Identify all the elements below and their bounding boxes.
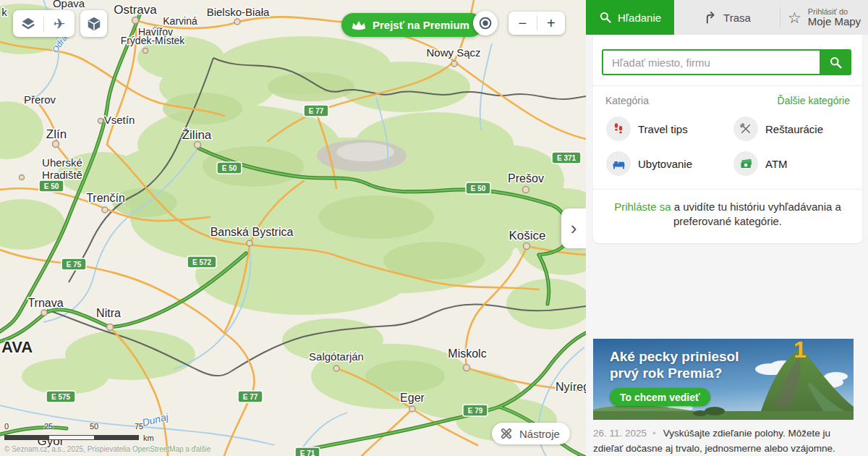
scale-tick: 50 [90,422,98,431]
svg-text:E 371: E 371 [557,154,576,162]
svg-text:E 77: E 77 [309,107,324,115]
svg-text:Vsetín: Vsetín [104,114,135,126]
category-accommodation[interactable]: Ubytovanie [600,148,728,179]
copyright-link[interactable]: OpenStreetMap a ďalšie [132,445,210,453]
svg-text:E 79: E 79 [468,407,483,415]
banner-cta-button[interactable]: To chcem vedieť [610,388,710,406]
tools-button[interactable]: Nástroje [492,423,570,444]
svg-text:k: k [1,6,7,18]
svg-text:Hradiště: Hradiště [42,169,82,181]
tab-login[interactable]: ☆ Prihlásiť do Moje Mapy [780,0,868,35]
premium-label: Prejsť na Premium [373,19,469,31]
category-atm[interactable]: ATM [728,148,855,179]
login-small-label: Prihlásiť do [808,7,861,16]
svg-text:Uherské: Uherské [42,156,82,169]
category-restaurants[interactable]: Reštaurácie [728,114,855,144]
svg-text:Žilina: Žilina [182,128,212,142]
search-submit-button[interactable] [820,49,851,75]
svg-text:Košice: Košice [509,229,545,242]
svg-text:Trnava: Trnava [27,297,63,309]
scale-tick: 25 [44,422,53,431]
search-icon [599,11,612,24]
tab-route[interactable]: Trasa [674,0,780,35]
svg-text:Salgótarján: Salgótarján [309,350,364,363]
banner-title: Aké pecky priniesol prvý rok Premia? [610,348,739,381]
mapy-app: k Opava Ostrava Karviná Bielsko-Biała Ha… [0,0,868,456]
forest-areas [0,4,586,442]
signin-text: a uvidíte tu históriu vyhľadávania a pre… [671,200,841,227]
category-header: Kategória Ďalšie kategórie [593,86,862,109]
svg-text:E 572: E 572 [192,258,212,266]
svg-text:Opava: Opava [53,0,85,9]
svg-text:Bielsko-Biała: Bielsko-Biała [207,6,270,18]
locate-icon [477,15,493,31]
search-icon [829,56,843,69]
signin-link[interactable]: Prihláste sa [614,200,671,213]
svg-text:Frýdek-Místek: Frýdek-Místek [121,35,186,46]
svg-text:Eger: Eger [400,392,425,404]
category-label: Reštaurácie [765,123,823,135]
basemap-svg: k Opava Ostrava Karviná Bielsko-Biała Ha… [0,0,586,456]
search-row [593,35,862,85]
svg-text:Ostrava: Ostrava [114,3,157,17]
banknote-icon [733,151,758,176]
category-title: Kategória [605,95,649,106]
scale-bar [4,435,139,440]
search-panel: Kategória Ďalšie kategórie Travel tips [593,35,862,243]
svg-text:Nowy Sącz: Nowy Sącz [426,46,480,59]
signin-hint: Prihláste sa a uvidíte tu históriu vyhľa… [593,190,862,243]
svg-text:E 75: E 75 [67,261,82,269]
svg-text:Karviná: Karviná [163,15,197,27]
news-item[interactable]: 26. 11. 2025•Vyskúšajte zdieľanie polohy… [593,426,859,456]
news-date: 26. 11. 2025 [593,428,647,439]
svg-text:Trenčín: Trenčín [86,192,125,204]
svg-text:E 77: E 77 [243,393,258,401]
footprints-icon [606,117,631,141]
svg-text:E 50: E 50 [222,164,237,172]
category-travel-tips[interactable]: Travel tips [600,114,728,144]
news-bullet: • [652,428,656,439]
login-big-label: Moje Mapy [808,16,861,28]
svg-text:Zlín: Zlín [46,127,67,141]
view-3d-button[interactable] [80,10,107,37]
zoom-out-button[interactable]: − [509,12,537,35]
layers-button[interactable] [13,10,43,37]
tab-search-label: Hľadanie [618,12,661,24]
tab-search[interactable]: Hľadanie [586,0,674,35]
search-input[interactable] [602,49,820,75]
premium-button[interactable]: Prejsť na Premium [341,13,482,37]
category-label: Ubytovanie [638,158,692,170]
category-grid: Travel tips Reštaurácie [593,109,862,189]
more-categories-link[interactable]: Ďalšie kategórie [778,95,850,106]
scale-unit: km [143,434,154,442]
svg-text:Nitra: Nitra [96,307,121,319]
map-scale: 0 25 50 75 km [4,422,171,440]
aerial-view-button[interactable]: ✈ [44,10,75,37]
svg-text:E 71: E 71 [300,449,315,456]
scale-tick: 75 [135,422,143,431]
svg-text:Nyíregyháza: Nyíregyháza [556,381,586,393]
svg-text:Přerov: Přerov [24,93,56,106]
map-canvas[interactable]: k Opava Ostrava Karviná Bielsko-Biała Ha… [0,0,586,456]
category-label: Travel tips [638,123,688,135]
route-icon [703,10,718,25]
plane-icon: ✈ [54,15,66,33]
svg-text:Banská Bystrica: Banská Bystrica [210,226,294,238]
zoom-controls: − + [509,12,565,35]
locate-me-button[interactable] [473,11,498,35]
map-style-controls: ✈ [13,10,75,37]
sidebar-collapse-toggle[interactable]: › [561,208,586,248]
tools-icon [499,426,514,441]
star-icon: ☆ [788,10,801,25]
sidebar: Hľadanie Trasa ☆ Prihlásiť do Moje Mapy [586,0,868,456]
cutlery-icon [733,117,758,141]
tools-label: Nástroje [519,428,560,440]
zoom-in-button[interactable]: + [537,12,566,35]
chevron-right-icon: › [571,217,577,240]
promo-banner[interactable]: 1 Aké pecky priniesol prvý rok Premia? T… [593,339,854,420]
tab-bar: Hľadanie Trasa ☆ Prihlásiť do Moje Mapy [586,0,868,35]
svg-text:E 50: E 50 [471,185,486,193]
svg-text:Prešov: Prešov [508,172,544,185]
copyright-text: © Seznam.cz, a.s., 2025, Prispievatelia [4,445,132,453]
svg-text:E 575: E 575 [51,393,71,401]
